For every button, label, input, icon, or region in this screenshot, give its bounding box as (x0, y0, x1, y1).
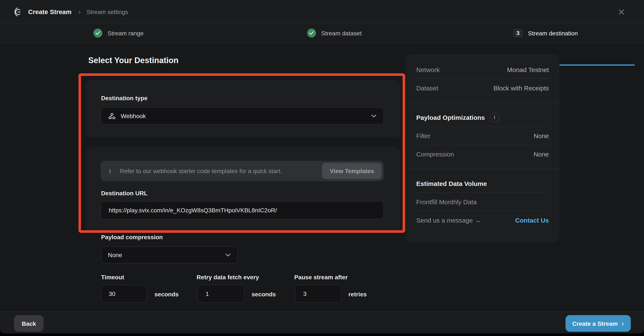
desktop-background (0, 334, 644, 336)
row-value: None (534, 132, 549, 139)
stream-summary-panel: Network Monad Testnet Dataset Block with… (406, 54, 560, 242)
destination-url-label: Destination URL (101, 190, 148, 196)
summary-row-compression: Compression None (416, 145, 549, 163)
step-stream-destination[interactable]: 3 Stream destination (513, 24, 578, 42)
timeout-field (101, 285, 147, 303)
estimated-data-volume-title: Estimated Data Volume (416, 180, 487, 187)
create-stream-window: Create Stream › Stream settings Stream r… (0, 0, 644, 334)
breadcrumb-separator-icon: › (78, 8, 80, 16)
summary-row-filter: Filter None (416, 127, 549, 144)
destination-url-input[interactable] (108, 206, 376, 214)
row-value: Monad Testnet (507, 66, 549, 73)
timeout-unit: seconds (154, 291, 179, 298)
destination-type-label: Destination type (101, 95, 148, 102)
destination-type-select[interactable]: Webhook (101, 108, 384, 124)
divider (406, 102, 560, 103)
streams-logo-icon (13, 6, 24, 17)
step-stream-dataset[interactable]: Stream dataset (307, 24, 362, 42)
summary-row-network: Network Monad Testnet (416, 60, 549, 78)
banner-message: Refer to our webhook starter code templa… (120, 168, 282, 174)
contact-row: Send us a message → Contact Us (416, 211, 549, 229)
frontfill-label: Frontfill Monthly Data (416, 198, 476, 205)
row-label: Compression (416, 150, 454, 158)
retry-input[interactable] (205, 290, 237, 298)
pause-unit: retries (348, 291, 367, 298)
retry-label: Retry data fetch every (196, 274, 259, 280)
payload-compression-select[interactable]: None (101, 246, 238, 264)
contact-us-link[interactable]: Contact Us (515, 216, 549, 224)
view-templates-button[interactable]: View Templates (322, 163, 382, 179)
timeout-label: Timeout (101, 274, 124, 280)
webhook-icon (108, 112, 116, 120)
back-button[interactable]: Back (14, 315, 44, 332)
section-heading: Select Your Destination (88, 56, 178, 65)
estimated-data-volume-header: Estimated Data Volume (416, 174, 549, 192)
step-bar: Stream range Stream dataset 3 Stream des… (0, 24, 644, 43)
contact-message: Send us a message (416, 216, 473, 224)
chevron-down-icon (371, 114, 376, 118)
destination-type-card: Destination type Webhook (86, 80, 400, 137)
webhook-templates-banner: i Refer to our webhook starter code temp… (101, 161, 384, 181)
create-stream-button[interactable]: Create a Stream › (565, 315, 631, 332)
retry-unit: seconds (252, 291, 276, 298)
step-stream-range[interactable]: Stream range (94, 24, 144, 42)
info-icon: i (109, 168, 116, 174)
page-title: Create Stream (28, 8, 72, 15)
row-label: Filter (416, 132, 430, 139)
pause-label: Pause stream after (294, 274, 348, 280)
info-icon[interactable]: i (490, 112, 500, 122)
check-icon (94, 28, 102, 38)
create-stream-label: Create a Stream (572, 320, 618, 327)
header: Create Stream › Stream settings (0, 0, 644, 24)
screen: Create Stream › Stream settings Stream r… (0, 0, 644, 336)
step-label: Stream range (108, 30, 144, 36)
footer-bar: Back Create a Stream › (0, 311, 644, 334)
payload-optimizations-title: Payload Optimizations (416, 114, 485, 121)
row-label: Network (416, 66, 440, 73)
step-label: Stream destination (528, 30, 578, 36)
breadcrumb: Stream settings (86, 8, 128, 15)
timeout-input[interactable] (108, 290, 140, 298)
frontfill-row: Frontfill Monthly Data (416, 193, 549, 211)
row-label: Dataset (416, 84, 438, 92)
destination-type-value: Webhook (121, 112, 146, 120)
chevron-right-icon: › (622, 320, 624, 327)
payload-optimizations-header: Payload Optimizations i (416, 108, 549, 126)
arrow-right-icon: → (475, 216, 481, 224)
destination-url-card: i Refer to our webhook starter code temp… (86, 147, 400, 232)
destination-url-field (101, 201, 384, 219)
step-number-badge: 3 (513, 28, 523, 38)
payload-compression-value: None (108, 252, 122, 258)
row-value: Block with Receipts (494, 84, 549, 92)
step-label: Stream dataset (321, 30, 362, 36)
payload-compression-label: Payload compression (101, 234, 163, 240)
row-value: None (534, 150, 549, 158)
retry-field (198, 285, 244, 303)
divider (406, 168, 560, 169)
pause-input[interactable] (302, 290, 334, 298)
summary-row-dataset: Dataset Block with Receipts (416, 78, 549, 97)
close-icon[interactable] (618, 8, 625, 16)
pause-field (295, 285, 341, 303)
check-icon (307, 28, 316, 38)
chevron-down-icon (225, 253, 231, 257)
